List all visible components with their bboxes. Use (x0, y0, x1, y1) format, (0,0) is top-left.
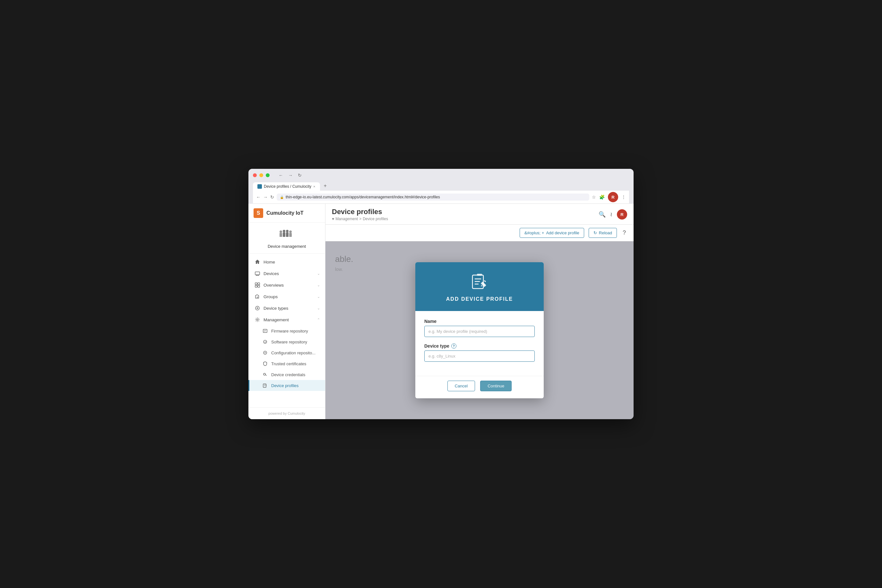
modal-title: ADD DEVICE PROFILE (446, 296, 513, 302)
svg-point-5 (286, 230, 288, 232)
overviews-icon (255, 282, 260, 288)
back-btn[interactable]: ← (277, 172, 284, 178)
bookmark-btn[interactable]: ☆ (592, 195, 596, 200)
add-device-profile-modal: ADD DEVICE PROFILE Name (416, 262, 544, 398)
address-bar[interactable]: 🔒 thin-edge-io.eu-latest.cumulocity.com/… (277, 194, 589, 201)
svg-rect-10 (258, 283, 260, 285)
tab-favicon (257, 184, 262, 189)
powered-by-label: powered by Cumulocity (248, 407, 325, 419)
svg-rect-23 (477, 274, 482, 276)
sidebar-sub-device-profiles[interactable]: Device profiles (248, 380, 325, 391)
device-type-help-icon[interactable]: ? (451, 344, 456, 349)
config-repo-icon (262, 350, 268, 356)
tab-title: Device profiles / Cumulocity (264, 184, 311, 189)
action-bar: &#oplus; + Add device profile ↻ Reload ? (326, 225, 634, 242)
svg-point-20 (264, 373, 266, 375)
device-type-label: Device type ? (424, 344, 535, 349)
name-label: Name (424, 319, 535, 324)
sidebar-sub-firmware-repo[interactable]: Firmware repository (248, 326, 325, 336)
breadcrumb-sep: > (359, 217, 362, 221)
search-icon[interactable]: 🔍 (598, 211, 606, 218)
minimize-window-btn[interactable] (260, 173, 263, 177)
maximize-window-btn[interactable] (266, 173, 270, 177)
sidebar-item-devices[interactable]: Devices ⌄ (248, 268, 325, 279)
chrome-menu-btn[interactable]: ⋮ (621, 195, 626, 200)
svg-rect-6 (289, 233, 292, 237)
device-type-input[interactable] (424, 351, 535, 362)
home-icon (255, 259, 260, 265)
reload-icon: ↻ (594, 231, 597, 235)
sidebar-item-home[interactable]: Home (248, 256, 325, 268)
help-btn[interactable]: ? (621, 228, 627, 237)
modal-overlay[interactable]: ADD DEVICE PROFILE Name (326, 242, 634, 419)
svg-rect-8 (255, 272, 260, 275)
main-content: Device profiles ♥ Management > Device pr… (326, 204, 634, 419)
sidebar-item-device-types[interactable]: Device types ⌄ (248, 302, 325, 314)
trusted-certs-icon (262, 361, 268, 366)
devices-icon (255, 271, 260, 276)
sidebar: S Cumulocity IoT (248, 204, 326, 419)
brand-logo: S (254, 208, 263, 218)
add-device-profile-label: Add device profile (546, 231, 579, 235)
name-input[interactable] (424, 326, 535, 337)
firmware-repo-icon (262, 328, 268, 334)
breadcrumb: ♥ Management > Device profiles (332, 217, 388, 221)
addr-back-btn[interactable]: ← (256, 195, 261, 200)
top-nav-icons: 🔍 ≀ R (598, 209, 627, 219)
add-icon: &#oplus; + (525, 231, 544, 235)
svg-rect-0 (279, 233, 282, 237)
device-types-chevron-icon: ⌄ (317, 306, 320, 310)
svg-rect-11 (255, 285, 257, 287)
forward-btn[interactable]: → (287, 172, 294, 178)
sidebar-item-devices-label: Devices (264, 271, 279, 276)
sidebar-nav: Home Devices ⌄ Overviews ⌄ (248, 254, 325, 407)
modal-footer: Cancel Continue (416, 376, 544, 398)
svg-point-17 (264, 340, 267, 344)
apps-grid-icon[interactable]: ≀ (610, 211, 612, 218)
cancel-button[interactable]: Cancel (447, 381, 475, 391)
reload-btn[interactable]: ↻ Reload (589, 228, 617, 238)
sidebar-sub-software-repo[interactable]: Software repository (248, 336, 325, 347)
svg-rect-9 (255, 283, 257, 285)
sidebar-sub-config-repo[interactable]: Configuration reposito... (248, 347, 325, 358)
continue-button[interactable]: Continue (480, 381, 512, 391)
user-avatar[interactable]: R (617, 209, 627, 219)
reload-label: Reload (599, 231, 612, 235)
active-browser-tab[interactable]: Device profiles / Cumulocity × (253, 182, 320, 190)
svg-point-3 (283, 230, 285, 232)
svg-rect-2 (283, 232, 285, 237)
url-text: thin-edge-io.eu-latest.cumulocity.com/ap… (286, 195, 440, 200)
sidebar-item-management[interactable]: Management ⌃ (248, 314, 325, 326)
device-types-icon (255, 305, 260, 311)
device-profiles-icon (262, 382, 268, 388)
modal-header: ADD DEVICE PROFILE (416, 262, 544, 311)
groups-icon (255, 294, 260, 300)
addr-refresh-btn[interactable]: ↻ (270, 195, 274, 200)
management-icon (255, 317, 260, 322)
overviews-chevron-icon: ⌄ (317, 283, 320, 287)
page-body: able. low. (326, 242, 634, 419)
sidebar-sub-device-creds[interactable]: Device credentials (248, 369, 325, 380)
refresh-btn[interactable]: ↻ (297, 172, 303, 178)
addr-forward-btn[interactable]: → (263, 195, 268, 200)
device-type-form-group: Device type ? (424, 344, 535, 362)
new-tab-btn[interactable]: + (321, 181, 330, 190)
svg-rect-12 (258, 285, 260, 287)
close-window-btn[interactable] (253, 173, 257, 177)
sidebar-item-home-label: Home (264, 260, 275, 264)
sidebar-sub-trusted-certs[interactable]: Trusted certificates (248, 358, 325, 369)
tab-close-btn[interactable]: × (313, 184, 315, 188)
sidebar-item-device-types-label: Device types (264, 306, 288, 311)
devices-chevron-icon: ⌄ (317, 272, 320, 276)
device-mgmt-icon (279, 229, 295, 242)
breadcrumb-management-link[interactable]: Management (335, 217, 358, 221)
extensions-btn[interactable]: 🧩 (599, 195, 605, 200)
sidebar-item-overviews[interactable]: Overviews ⌄ (248, 279, 325, 291)
chrome-user-avatar[interactable]: R (608, 192, 618, 202)
sidebar-brand: S Cumulocity IoT (248, 204, 325, 223)
address-bar-row: ← → ↻ 🔒 thin-edge-io.eu-latest.cumulocit… (253, 190, 629, 204)
svg-point-1 (279, 231, 282, 233)
sidebar-item-groups[interactable]: Groups ⌄ (248, 291, 325, 302)
add-device-profile-btn[interactable]: &#oplus; + Add device profile (520, 228, 584, 238)
modal-body: Name Device type ? (416, 311, 544, 376)
